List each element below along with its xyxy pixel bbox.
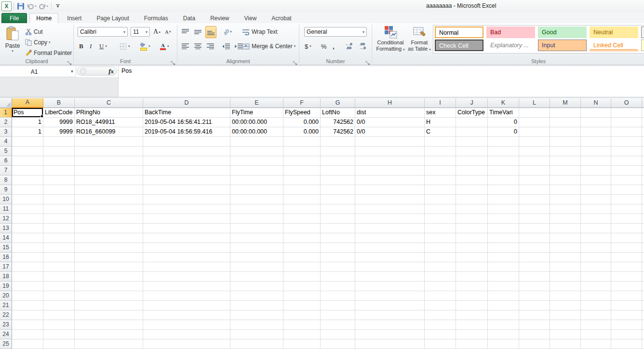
cell-M6[interactable] [550, 156, 581, 166]
cell-N2[interactable] [581, 118, 611, 127]
cell-D7[interactable] [143, 166, 230, 175]
cell-O19[interactable] [611, 282, 642, 291]
cell-N22[interactable] [581, 310, 611, 320]
cell-K23[interactable] [488, 320, 519, 330]
cell-A13[interactable] [12, 224, 43, 233]
percent-style-button[interactable]: % [320, 41, 328, 52]
cell-D23[interactable] [143, 320, 230, 330]
cell-M14[interactable] [550, 233, 581, 243]
cell-H4[interactable] [355, 137, 425, 147]
cell-I1[interactable]: sex [425, 108, 456, 118]
cell-K2[interactable]: 0 [488, 118, 519, 127]
cell-N4[interactable] [581, 137, 611, 147]
cell-B8[interactable] [43, 175, 75, 185]
cell-B16[interactable] [43, 253, 75, 262]
cell-I2[interactable]: H [425, 118, 456, 127]
style-explanatory-[interactable]: Explanatory ... [486, 40, 535, 51]
cell-B1[interactable]: LiberCode [43, 108, 75, 118]
cell-E18[interactable] [230, 272, 283, 282]
cell-B13[interactable] [43, 224, 75, 233]
cell-E12[interactable] [230, 214, 283, 224]
cell-J23[interactable] [456, 320, 488, 330]
cell-F20[interactable] [283, 291, 321, 301]
column-header-J[interactable]: J [456, 98, 488, 108]
row-header-1[interactable]: 1 [0, 108, 12, 118]
cell-partial22[interactable] [642, 310, 644, 320]
cell-O4[interactable] [611, 137, 642, 147]
cell-N24[interactable] [581, 330, 611, 339]
cell-D22[interactable] [143, 310, 230, 320]
cell-J17[interactable] [456, 262, 488, 272]
style-check-cell[interactable]: Check Cell [435, 40, 483, 51]
fill-handle[interactable] [40, 115, 43, 117]
cell-E19[interactable] [230, 282, 283, 291]
cell-O21[interactable] [611, 301, 642, 310]
column-header-I[interactable]: I [425, 98, 456, 108]
cell-G12[interactable] [321, 214, 355, 224]
cell-K12[interactable] [488, 214, 519, 224]
cell-B24[interactable] [43, 330, 75, 339]
comma-style-button[interactable]: , [331, 41, 336, 52]
tab-file[interactable]: File [1, 13, 27, 23]
cell-partial23[interactable] [642, 320, 644, 330]
cell-A23[interactable] [12, 320, 43, 330]
cell-F5[interactable] [283, 147, 321, 156]
cell-C5[interactable] [75, 147, 143, 156]
font-color-button[interactable]: A ▾ [159, 41, 171, 52]
borders-button[interactable]: ▾ [118, 41, 132, 52]
cell-G16[interactable] [321, 253, 355, 262]
cell-D16[interactable] [143, 253, 230, 262]
cell-M10[interactable] [550, 195, 581, 204]
cell-D8[interactable] [143, 175, 230, 185]
cell-A14[interactable] [12, 233, 43, 243]
cell-K11[interactable] [488, 204, 519, 214]
cell-F23[interactable] [283, 320, 321, 330]
cell-L10[interactable] [519, 195, 550, 204]
cell-H18[interactable] [355, 272, 425, 282]
cell-I21[interactable] [425, 301, 456, 310]
cell-C11[interactable] [75, 204, 143, 214]
row-header-10[interactable]: 10 [0, 195, 12, 204]
cell-F3[interactable]: 0.000 [283, 127, 321, 137]
cell-F18[interactable] [283, 272, 321, 282]
font-size-select[interactable]: 11 ▾ [131, 27, 150, 37]
cell-partial11[interactable] [642, 204, 644, 214]
cell-J9[interactable] [456, 185, 488, 195]
row-header-21[interactable]: 21 [0, 301, 12, 310]
cell-G4[interactable] [321, 137, 355, 147]
cell-C20[interactable] [75, 291, 143, 301]
cell-A16[interactable] [12, 253, 43, 262]
cell-K14[interactable] [488, 233, 519, 243]
cell-I8[interactable] [425, 175, 456, 185]
cell-G9[interactable] [321, 185, 355, 195]
cell-K15[interactable] [488, 243, 519, 253]
dialog-launcher-clipboard[interactable] [67, 59, 72, 64]
cell-K3[interactable]: 0 [488, 127, 519, 137]
tab-page-layout[interactable]: Page Layout [90, 13, 135, 23]
cell-L6[interactable] [519, 156, 550, 166]
cell-partial8[interactable] [642, 175, 644, 185]
column-header-F[interactable]: F [283, 98, 321, 108]
cell-N14[interactable] [581, 233, 611, 243]
cell-H1[interactable]: dist [355, 108, 425, 118]
cell-F19[interactable] [283, 282, 321, 291]
cell-J5[interactable] [456, 147, 488, 156]
cell-I19[interactable] [425, 282, 456, 291]
cell-I4[interactable] [425, 137, 456, 147]
cell-D10[interactable] [143, 195, 230, 204]
cell-J24[interactable] [456, 330, 488, 339]
cell-M2[interactable] [550, 118, 581, 127]
row-header-23[interactable]: 23 [0, 320, 12, 330]
cell-F7[interactable] [283, 166, 321, 175]
cell-N7[interactable] [581, 166, 611, 175]
cell-partial18[interactable] [642, 272, 644, 282]
cell-J3[interactable] [456, 127, 488, 137]
cell-N19[interactable] [581, 282, 611, 291]
cell-C16[interactable] [75, 253, 143, 262]
cell-B18[interactable] [43, 272, 75, 282]
align-middle-button[interactable] [193, 27, 203, 37]
cell-L5[interactable] [519, 147, 550, 156]
cell-G20[interactable] [321, 291, 355, 301]
row-header-25[interactable]: 25 [0, 339, 12, 349]
cell-E11[interactable] [230, 204, 283, 214]
